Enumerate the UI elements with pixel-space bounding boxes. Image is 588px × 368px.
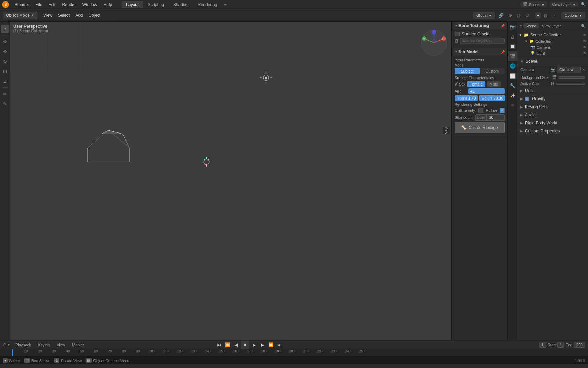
rib-model-pin[interactable]: 📌 (500, 50, 505, 54)
audio-header[interactable]: ▶ Audio (518, 111, 588, 119)
physics-icon[interactable]: ⚛ (508, 100, 518, 110)
camera-vis-icon[interactable]: 👁 (583, 45, 587, 49)
move-tool-btn[interactable]: ✥ (1, 47, 9, 56)
light-vis-icon[interactable]: 👁 (583, 51, 587, 55)
prev-frame-btn[interactable]: ◀ (232, 341, 239, 348)
annotate-tool-btn[interactable]: ✏ (1, 90, 9, 98)
tab-rendering[interactable]: Rendering (194, 1, 221, 8)
rotate-tool-btn[interactable]: ↻ (1, 57, 9, 66)
tab-shading[interactable]: Shading (169, 1, 193, 8)
next-keyframe-btn[interactable]: ⏩ (267, 341, 274, 348)
select-btn[interactable]: Select (55, 12, 72, 19)
rendered-shading[interactable]: ◌ (550, 12, 556, 19)
collection-item[interactable]: ▼ 📁 Collection 👁 (518, 38, 588, 44)
end-frame[interactable]: 250 (574, 342, 585, 348)
menu-edit[interactable]: Edit (46, 1, 59, 8)
jump-start-btn[interactable]: ⏮ (216, 341, 223, 348)
subject-mode-btn[interactable]: Subject (455, 68, 480, 74)
side-count-field[interactable]: sides 20 (475, 114, 505, 121)
scene-collection-header[interactable]: ▼ 📁 Scene Collection 👁 (518, 32, 588, 38)
menu-render[interactable]: Render (59, 1, 78, 8)
keying-btn[interactable]: Keying (36, 342, 52, 348)
world-icon[interactable]: 🌐 (508, 61, 518, 71)
full-set-checkbox[interactable]: ✓ (500, 108, 505, 113)
object-icon[interactable]: ⬜ (508, 71, 518, 81)
playback-btn[interactable]: Playback (13, 342, 33, 348)
timeline-ruler[interactable]: 10 20 30 40 50 60 70 80 90 100 (0, 349, 588, 356)
camera-clear-btn[interactable]: ✕ (582, 68, 585, 72)
particles-icon[interactable]: ✨ (508, 90, 518, 100)
rigid-body-header[interactable]: ▶ Rigid Body World (518, 119, 588, 127)
scene-icon[interactable]: 🎬 (508, 51, 518, 61)
camera-item[interactable]: 📷 Camera 👁 (518, 44, 588, 50)
scene-tab[interactable]: Scene (523, 23, 538, 29)
measure-tool-btn[interactable]: ✎ (1, 100, 9, 108)
scene-selector[interactable]: 🎬 Scene ▼ (520, 1, 547, 7)
bone-texturing-pin[interactable]: 📌 (500, 24, 505, 28)
bone-texturing-header[interactable]: ▼ Bone Texturing 📌 (452, 22, 507, 29)
rib-model-header[interactable]: ▼ Rib Model 📌 (452, 48, 507, 56)
menu-blender[interactable]: Blender (12, 1, 32, 8)
male-btn[interactable]: Male (487, 81, 501, 87)
play-btn-ctrl[interactable]: ▶ (251, 341, 258, 348)
options-btn[interactable]: Options ▼ (561, 12, 585, 19)
view-timeline-btn[interactable]: View (55, 342, 67, 348)
bg-scene-input[interactable] (558, 76, 585, 79)
texture-objects-input[interactable]: Texture Object(s) (460, 38, 505, 44)
viewport[interactable]: X Y Z User Perspective (1) Scene Collect… (10, 22, 451, 340)
material-shading[interactable]: ◍ (542, 12, 549, 19)
render-icon[interactable]: 📷 (508, 22, 518, 32)
cursor-tool-btn[interactable]: ✥ (1, 38, 9, 46)
active-clip-input[interactable] (556, 83, 585, 85)
gravity-header[interactable]: ▶ ✓ Gravity (518, 95, 588, 103)
global-transform[interactable]: Global ▼ (473, 12, 495, 19)
solid-shading[interactable]: ● (535, 12, 541, 19)
marker-btn[interactable]: Marker (70, 342, 86, 348)
output-icon[interactable]: 🖨 (508, 32, 518, 41)
menu-window[interactable]: Window (79, 1, 100, 8)
custom-props-header[interactable]: ▶ Custom Properties (518, 127, 588, 135)
light-item[interactable]: 💡 Light 👁 (518, 50, 588, 56)
scene-collection-label: Scene Collection (530, 33, 562, 38)
menu-help[interactable]: Help (100, 1, 115, 8)
start-frame[interactable]: 1 (557, 342, 564, 348)
custom-mode-btn[interactable]: Custom (480, 68, 505, 74)
transform-tool-btn[interactable]: ⊿ (1, 77, 9, 85)
create-ribcage-button[interactable]: 🦴 Create Ribcage (455, 122, 505, 133)
stop-btn[interactable]: ■ (241, 341, 249, 349)
view-layer-selector[interactable]: View Layer ▼ (550, 2, 578, 7)
surface-cracks-checkbox[interactable] (455, 32, 460, 36)
scale-tool-btn[interactable]: ⊡ (1, 67, 9, 75)
scene-vis-icon[interactable]: 👁 (583, 33, 587, 37)
tab-layout[interactable]: Layout (122, 1, 143, 8)
tab-add[interactable]: + (222, 1, 229, 8)
menu-file[interactable]: File (33, 1, 45, 8)
weight-field[interactable]: Weight 70.00 (479, 95, 505, 101)
mode-dropdown[interactable]: Object Mode ▼ (3, 12, 37, 19)
object-btn[interactable]: Object (85, 12, 103, 19)
view-layer-tab[interactable]: View Layer (540, 23, 563, 29)
camera-prop-input[interactable]: Camera (557, 67, 581, 73)
jump-end-btn[interactable]: ⏭ (276, 341, 283, 348)
keying-sets-header[interactable]: ▶ Keying Sets (518, 103, 588, 111)
next-frame-btn[interactable]: ▶ (259, 341, 266, 348)
view-layer-icon[interactable]: 🔲 (508, 41, 518, 51)
outline-only-checkbox[interactable] (478, 108, 483, 113)
coll-vis-icon[interactable]: 👁 (583, 39, 587, 43)
age-field[interactable]: 41 (468, 88, 505, 94)
nav-gizmo-svg[interactable]: X Y Z (420, 29, 448, 57)
prev-keyframe-btn[interactable]: ⏪ (224, 341, 231, 348)
add-btn[interactable]: Add (72, 12, 85, 19)
view-tab[interactable]: View (443, 127, 450, 134)
view-btn[interactable]: View (41, 12, 55, 19)
scene-section-header[interactable]: ▼ Scene (518, 57, 588, 66)
current-frame[interactable]: 1 (539, 342, 546, 348)
search-props-icon[interactable]: 🔍 (581, 24, 586, 28)
gravity-checkbox[interactable]: ✓ (525, 97, 529, 101)
height-field[interactable]: Height 1.70 (455, 95, 478, 101)
female-btn[interactable]: Female (467, 81, 485, 87)
modifier-icon[interactable]: 🔧 (508, 81, 518, 90)
select-tool-btn[interactable]: ↕ (1, 25, 9, 33)
tab-scripting[interactable]: Scripting (144, 1, 168, 8)
units-header[interactable]: ▶ Units (518, 87, 588, 95)
